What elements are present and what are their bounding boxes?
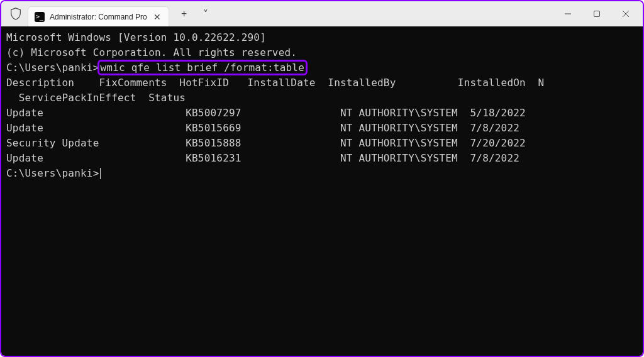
- tab-title: Administrator: Command Pro: [50, 13, 147, 21]
- shield-icon: [9, 7, 23, 21]
- new-tab-button[interactable]: +: [175, 5, 193, 23]
- close-tab-button[interactable]: ✕: [152, 12, 162, 22]
- prompt-line[interactable]: C:\Users\panki>: [6, 166, 638, 181]
- tab-actions: + ˅: [175, 5, 214, 23]
- highlighted-command: wmic qfe list brief /format:table: [97, 60, 308, 75]
- cmd-icon: >_: [35, 12, 45, 22]
- output-row: Security Update KB5015888 NT AUTHORITY\S…: [6, 136, 638, 151]
- output-row: Update KB5015669 NT AUTHORITY\SYSTEM 7/8…: [6, 121, 638, 136]
- minimize-button[interactable]: [553, 1, 582, 26]
- tab-menu-chevron-icon[interactable]: ˅: [197, 5, 214, 23]
- output-row: Update KB5007297 NT AUTHORITY\SYSTEM 5/1…: [6, 106, 638, 121]
- titlebar: >_ Administrator: Command Pro ✕ + ˅: [1, 1, 643, 26]
- window-controls: [553, 1, 640, 26]
- svg-rect-1: [594, 11, 600, 17]
- terminal-output[interactable]: Microsoft Windows [Version 10.0.22622.29…: [1, 26, 643, 356]
- active-tab[interactable]: >_ Administrator: Command Pro ✕: [28, 6, 169, 26]
- output-row: Update KB5016231 NT AUTHORITY\SYSTEM 7/8…: [6, 151, 638, 166]
- text-cursor: [100, 168, 101, 179]
- command-prompt-window: >_ Administrator: Command Pro ✕ + ˅ Micr…: [0, 0, 644, 357]
- close-button[interactable]: [611, 1, 640, 26]
- maximize-button[interactable]: [582, 1, 611, 26]
